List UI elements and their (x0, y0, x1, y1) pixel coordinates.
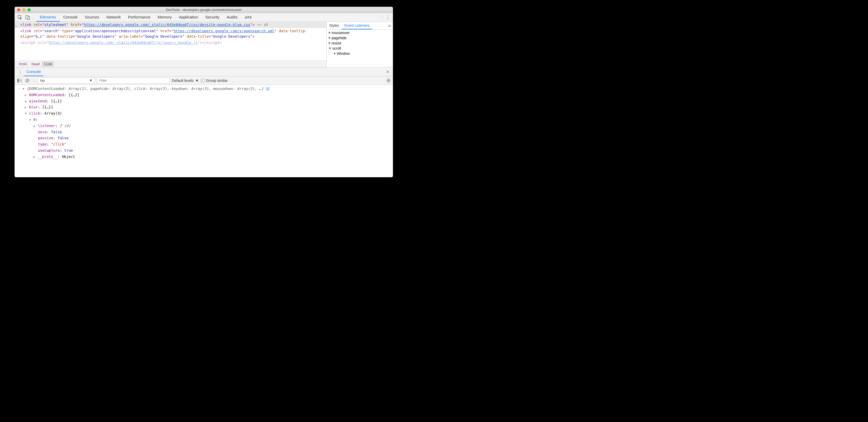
event-scroll[interactable]: scroll (327, 46, 393, 51)
info-badge-icon[interactable]: i (266, 87, 270, 91)
tab-memory[interactable]: Memory (154, 13, 176, 22)
execution-context-dropdown[interactable]: top ▼ (38, 77, 95, 84)
more-options-icon[interactable]: ⋮ (384, 14, 392, 20)
drawer-tabbar: ⋮ Console × (14, 68, 393, 76)
sidebar-tab-styles[interactable]: Styles (327, 22, 342, 29)
console-row[interactable]: passive: false (18, 135, 391, 141)
levels-label: Default levels (172, 78, 194, 83)
console-row[interactable]: ▶ blur: [{…}] (18, 104, 391, 110)
event-mouseover[interactable]: mouseover (327, 30, 393, 35)
disclosure-right-icon (329, 31, 331, 34)
disclosure-right-icon (334, 52, 336, 55)
window-titlebar: DevTools - developers.google.com/web/sho… (14, 7, 393, 13)
svg-line-15 (390, 79, 390, 80)
tab-audits[interactable]: Audits (223, 13, 241, 22)
console-row[interactable]: ▼ 0: (18, 117, 391, 123)
console-settings-icon[interactable] (386, 78, 391, 83)
console-toolbar: top ▼ Default levels ▼ ✓ Group similar (14, 76, 393, 85)
tab-security[interactable]: Security (202, 13, 223, 22)
main-tabs: Elements Console Sources Network Perform… (36, 13, 255, 22)
event-resize[interactable]: resize (327, 40, 393, 46)
svg-rect-2 (28, 17, 30, 20)
svg-line-13 (390, 81, 390, 82)
drawer-menu-icon[interactable]: ⋮ (17, 69, 24, 75)
svg-point-7 (388, 80, 389, 81)
svg-rect-4 (18, 79, 19, 83)
console-row[interactable]: ▶ ajaxSend: [{…}] (18, 98, 391, 104)
event-listeners-list: mouseover pagehide resize scroll Window (327, 30, 393, 67)
close-drawer-icon[interactable]: × (384, 69, 391, 75)
group-similar-checkbox[interactable]: ✓ Group similar (201, 78, 228, 83)
device-mode-icon[interactable] (24, 13, 32, 22)
elements-sidebar: Styles Event Listeners » mouseover pageh… (327, 22, 393, 67)
sidebar-more-icon[interactable]: » (386, 22, 393, 29)
chevron-down-icon: ▼ (195, 78, 199, 83)
dom-tree[interactable]: … <link rel="stylesheet" href="https://d… (14, 22, 327, 61)
tab-elements[interactable]: Elements (36, 13, 60, 22)
svg-line-6 (26, 79, 28, 82)
console-row[interactable]: ▶ __proto__: Object (18, 154, 391, 160)
group-similar-label: Group similar (206, 78, 228, 83)
window-title: DevTools - developers.google.com/web/sho… (14, 8, 393, 12)
breadcrumb-head[interactable]: head (29, 61, 41, 67)
sidebar-tabs: Styles Event Listeners » (327, 22, 393, 30)
checkbox-icon: ✓ (201, 79, 205, 83)
event-scroll-window[interactable]: Window (327, 51, 393, 56)
dom-node-selected[interactable]: … <link rel="stylesheet" href="https://d… (14, 22, 327, 28)
svg-line-14 (387, 81, 388, 82)
divider (34, 78, 34, 84)
tab-sources[interactable]: Sources (81, 13, 103, 22)
devtools-window: DevTools - developers.google.com/web/sho… (14, 7, 393, 177)
dom-node[interactable]: <link rel="search" type="application/ope… (14, 28, 327, 40)
disclosure-down-icon (329, 47, 331, 50)
elements-pane: … <link rel="stylesheet" href="https://d… (14, 22, 327, 67)
inspect-element-icon[interactable] (16, 13, 24, 22)
svg-line-12 (387, 79, 388, 80)
tab-application[interactable]: Application (176, 13, 202, 22)
breadcrumb-html[interactable]: html (17, 61, 29, 67)
tab-console[interactable]: Console (60, 13, 81, 22)
breadcrumb-link[interactable]: link (42, 61, 54, 67)
elements-row: … <link rel="stylesheet" href="https://d… (14, 22, 393, 68)
console-filter-input[interactable] (97, 77, 170, 84)
chevron-down-icon: ▼ (89, 78, 93, 83)
log-levels-dropdown[interactable]: Default levels ▼ (172, 78, 199, 83)
breadcrumb: html head link (14, 61, 327, 67)
console-row[interactable]: useCapture: true (18, 148, 391, 154)
console-row[interactable]: ▶ listener: ƒ (d) (18, 123, 391, 129)
console-object-summary[interactable]: ‹ ▼ {DOMContentLoaded: Array(1), pagehid… (18, 86, 391, 92)
sidebar-tab-event-listeners[interactable]: Event Listeners (342, 22, 372, 29)
tab-axe[interactable]: aXe (241, 13, 255, 22)
console-output[interactable]: ‹ ▼ {DOMContentLoaded: Array(1), pagehid… (14, 85, 393, 177)
disclosure-right-icon (329, 37, 331, 39)
console-row[interactable]: ▶ DOMContentLoaded: [{…}] (18, 92, 391, 98)
drawer-tab-console[interactable]: Console (24, 68, 43, 76)
dom-node[interactable]: <script src="https://developers.google.c… (14, 40, 327, 46)
console-row[interactable]: type: "click" (18, 141, 391, 148)
tab-performance[interactable]: Performance (124, 13, 154, 22)
clear-console-icon[interactable] (24, 78, 30, 84)
event-pagehide[interactable]: pagehide (327, 35, 393, 40)
console-row[interactable]: ▼ click: Array(3) (18, 110, 391, 117)
context-label: top (40, 78, 45, 83)
main-tabbar: Elements Console Sources Network Perform… (14, 13, 393, 22)
disclosure-right-icon (329, 42, 331, 44)
expand-ellipsis-icon[interactable]: … (15, 23, 17, 29)
console-row[interactable]: once: false (18, 129, 391, 135)
tab-network[interactable]: Network (103, 13, 124, 22)
show-sidebar-icon[interactable] (17, 78, 22, 84)
